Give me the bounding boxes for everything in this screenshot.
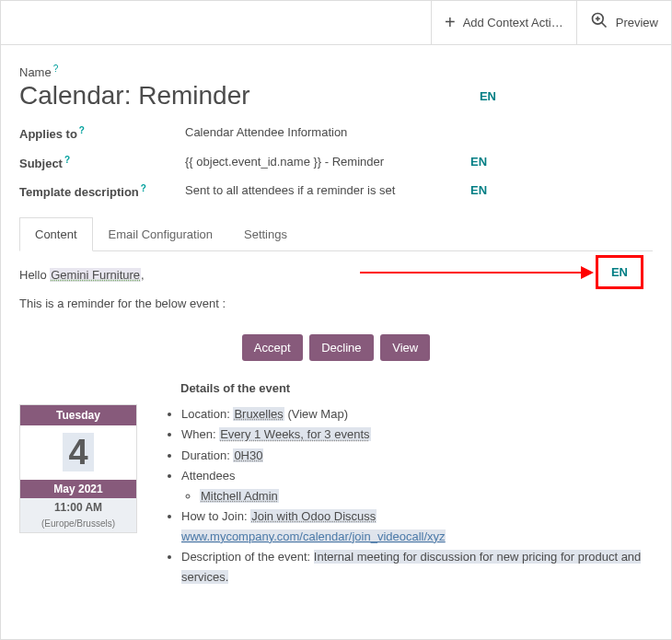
- tab-email-configuration[interactable]: Email Configuration: [93, 217, 228, 250]
- applies-to-label: Applies to?: [19, 125, 185, 141]
- greeting-line: Hello Gemini Furniture,: [19, 268, 653, 282]
- template-name-value[interactable]: Calendar: Reminder: [19, 81, 250, 111]
- join-url-link[interactable]: www.mycompany.com/calendar/join_videocal…: [181, 529, 446, 543]
- help-icon[interactable]: ?: [141, 183, 146, 193]
- calendar-time: 11:00 AM: [20, 498, 136, 517]
- template-desc-lang-badge[interactable]: EN: [470, 183, 487, 197]
- reminder-line: This is a reminder for the below event :: [19, 297, 653, 310]
- toolbar: + Add Context Acti… Preview: [1, 1, 671, 45]
- help-icon[interactable]: ?: [64, 155, 70, 165]
- action-button-row: Accept Decline View: [19, 334, 653, 361]
- tab-settings[interactable]: Settings: [228, 217, 303, 250]
- preview-label: Preview: [616, 16, 658, 30]
- detail-description: Description of the event: Internal meeti…: [181, 547, 653, 588]
- applies-to-value[interactable]: Calendar Attendee Information: [185, 125, 470, 139]
- accept-button[interactable]: Accept: [242, 334, 303, 361]
- help-icon[interactable]: ?: [53, 64, 59, 74]
- detail-how-to-join: How to Join: Join with Odoo Discusswww.m…: [181, 506, 653, 547]
- recipient-placeholder: Gemini Furniture: [50, 268, 141, 282]
- preview-button[interactable]: Preview: [576, 1, 671, 44]
- template-desc-label: Template description?: [19, 183, 185, 199]
- event-details-list: Location: Bruxelles (View Map) When: Eve…: [165, 404, 653, 588]
- calendar-widget: Tuesday 4 May 2021 11:00 AM (Europe/Brus…: [19, 404, 137, 533]
- calendar-weekday: Tuesday: [20, 405, 136, 425]
- plus-icon: +: [445, 12, 456, 33]
- template-desc-value[interactable]: Sent to all attendees if a reminder is s…: [185, 183, 470, 197]
- add-context-label: Add Context Acti…: [463, 16, 563, 30]
- subject-lang-badge[interactable]: EN: [470, 155, 487, 169]
- annotation-arrow: [360, 272, 592, 273]
- email-body-editor[interactable]: EN Hello Gemini Furniture, This is a rem…: [19, 251, 653, 588]
- details-heading: Details of the event: [180, 381, 653, 395]
- body-lang-badge[interactable]: EN: [611, 265, 628, 279]
- subject-label: Subject?: [19, 155, 185, 170]
- attendee-item: Mitchell Admin: [200, 486, 653, 506]
- svg-line-1: [601, 23, 606, 28]
- name-lang-badge[interactable]: EN: [480, 89, 496, 103]
- detail-attendees: Attendees Mitchell Admin: [181, 466, 653, 506]
- name-field-label: Name?: [19, 64, 653, 79]
- decline-button[interactable]: Decline: [309, 334, 373, 361]
- tab-bar: Content Email Configuration Settings: [19, 217, 653, 251]
- view-button[interactable]: View: [380, 334, 430, 361]
- subject-value[interactable]: {{ object.event_id.name }} - Reminder: [185, 155, 470, 169]
- detail-duration: Duration: 0H30: [181, 446, 653, 466]
- calendar-timezone: (Europe/Brussels): [20, 517, 136, 532]
- zoom-icon: [590, 11, 608, 34]
- tab-content[interactable]: Content: [19, 217, 93, 251]
- detail-location: Location: Bruxelles (View Map): [181, 404, 653, 425]
- add-context-action-button[interactable]: + Add Context Acti…: [431, 1, 576, 44]
- calendar-month-year: May 2021: [20, 480, 136, 498]
- help-icon[interactable]: ?: [79, 125, 85, 135]
- detail-when: When: Every 1 Weeks, for 3 events: [181, 425, 653, 445]
- calendar-day: 4: [20, 425, 136, 480]
- body-lang-badge-callout: EN: [596, 255, 643, 289]
